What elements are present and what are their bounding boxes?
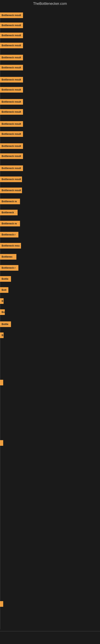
bar-item: Bottleneck (0, 210, 18, 215)
chart-area: Bottleneck resultBottleneck resultBottle… (0, 8, 100, 642)
bar-label (0, 601, 3, 607)
bar-label: Bottleneck result (0, 12, 23, 18)
bar-item: Bottleneck result (0, 87, 23, 92)
bar-label: Bottleneck result (0, 153, 23, 159)
bar-label: B (0, 298, 3, 304)
bar-item: B (0, 332, 3, 338)
bar-label: Bottleneck result (0, 166, 23, 171)
bar-label: Bottleneck result (0, 143, 23, 149)
bar-label: Bottleneck result (0, 65, 23, 70)
bar-label: Bottle (0, 276, 11, 282)
bar-item: Bottle (0, 322, 11, 327)
bar-item: Bottleneck r (0, 232, 18, 238)
bar-label: Bottleneck result (0, 43, 23, 48)
bar-item: Bottleneck r (0, 265, 18, 271)
bar-item: Bottlenec (0, 254, 16, 260)
bar-label (0, 440, 3, 446)
bar-label: Bottleneck result (0, 99, 23, 105)
bar-item: Bottleneck result (0, 99, 23, 105)
bar-item (0, 440, 3, 446)
bar-item: Bottleneck result (0, 153, 23, 159)
bar-item: Bottleneck result (0, 43, 23, 48)
bar-label: Bottleneck result (0, 176, 22, 182)
bar-item: Bo (0, 309, 5, 315)
bar-label: B (0, 332, 3, 338)
bar-label: Bottleneck r (0, 265, 18, 271)
bar-item: Bottleneck result (0, 12, 23, 18)
bar-item: Bottleneck result (0, 121, 23, 127)
bar-item: B (0, 298, 3, 304)
bar-item: Bottleneck result (0, 109, 23, 115)
bar-item: Bottleneck result (0, 65, 23, 70)
bar-item: Bottleneck result (0, 22, 23, 28)
bar-label: Bottleneck re (0, 199, 20, 204)
bar-label: Bottleneck result (0, 87, 23, 92)
bar-label: Bottleneck result (0, 131, 23, 137)
bar-label: Bottleneck resu (0, 243, 21, 248)
bar-item: Bottleneck result (0, 166, 23, 171)
bar-label: Bottlenec (0, 254, 16, 260)
bar-label: Bottleneck (0, 210, 18, 215)
bar-item: Bottleneck re (0, 221, 20, 226)
bar-item: Bottleneck resu (0, 243, 21, 248)
bar-label: Bo (0, 309, 5, 315)
bar-label: Bottleneck result (0, 22, 23, 28)
bar-item (0, 380, 3, 386)
bar-item (0, 601, 3, 607)
bar-item: Bottle (0, 276, 11, 282)
bar-label: Bottleneck result (0, 188, 22, 193)
bar-item: Bottleneck result (0, 176, 22, 182)
bar-item: Bottleneck result (0, 32, 23, 38)
bar-label: Bottleneck r (0, 232, 18, 238)
bar-item: Bott (0, 287, 8, 293)
bar-label: Bottleneck result (0, 109, 23, 115)
bottom-axis (0, 631, 100, 631)
bar-item: Bottleneck result (0, 77, 23, 82)
bar-item: Bottleneck result (0, 55, 23, 60)
bar-item: Bottleneck result (0, 188, 22, 193)
bar-label: Bott (0, 287, 8, 293)
bar-label: Bottle (0, 322, 11, 327)
bar-label: Bottleneck result (0, 121, 23, 127)
bar-item: Bottleneck re (0, 199, 20, 204)
bar-label: Bottleneck result (0, 77, 23, 82)
bar-item: Bottleneck result (0, 143, 23, 149)
bar-label: Bottleneck re (0, 221, 20, 226)
bar-item: Bottleneck result (0, 131, 23, 137)
bar-label: Bottleneck result (0, 32, 23, 38)
bar-label: Bottleneck result (0, 55, 23, 60)
bar-label (0, 380, 3, 386)
site-title: TheBottlenecker.com (0, 0, 100, 8)
